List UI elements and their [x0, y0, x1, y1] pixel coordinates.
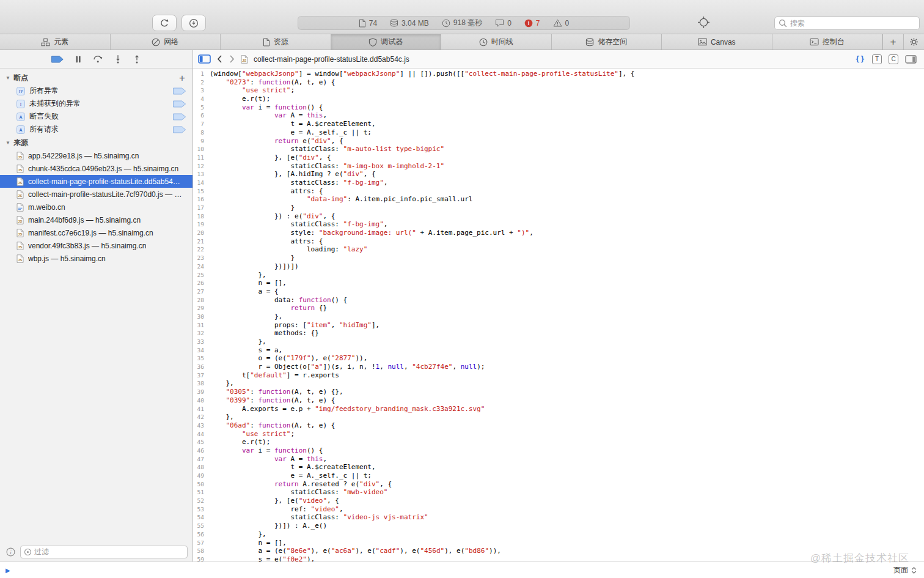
toggle-right-sidebar-button[interactable] — [905, 55, 917, 64]
show-console-button[interactable]: ▶ — [6, 567, 10, 574]
line-number[interactable]: 44 — [193, 430, 210, 439]
line-number[interactable]: 47 — [193, 455, 210, 464]
line-number[interactable]: 13 — [193, 170, 210, 179]
line-number[interactable]: 21 — [193, 237, 210, 246]
line-number[interactable]: 12 — [193, 162, 210, 171]
source-item[interactable]: JScollect-main-profile-statusLite.7cf970… — [0, 188, 193, 201]
line-number[interactable]: 33 — [193, 338, 210, 346]
line-number[interactable]: 18 — [193, 212, 210, 221]
breakpoint-item[interactable]: !?所有异常 — [0, 84, 193, 97]
filter-field[interactable] — [20, 546, 188, 558]
line-number[interactable]: 24 — [193, 262, 210, 271]
line-number[interactable]: 56 — [193, 530, 210, 539]
element-picker-button[interactable] — [697, 16, 710, 29]
search-field[interactable] — [774, 17, 920, 30]
line-number[interactable]: 10 — [193, 145, 210, 154]
line-number[interactable]: 20 — [193, 229, 210, 237]
filter-input[interactable] — [34, 547, 184, 556]
toggle-sidebar-button[interactable] — [198, 54, 211, 64]
tab-console[interactable]: 控制台 — [772, 34, 883, 50]
breakpoint-item[interactable]: A断言失败 — [0, 110, 193, 123]
line-number[interactable]: 7 — [193, 120, 210, 128]
back-button[interactable] — [216, 54, 223, 64]
line-number[interactable]: 3 — [193, 86, 210, 95]
breakpoint-item[interactable]: A所有请求 — [0, 123, 193, 136]
line-number[interactable]: 31 — [193, 321, 210, 330]
line-number[interactable]: 54 — [193, 513, 210, 522]
line-number[interactable]: 39 — [193, 388, 210, 396]
line-number[interactable]: 26 — [193, 279, 210, 287]
line-number[interactable]: 50 — [193, 480, 210, 489]
line-number[interactable]: 57 — [193, 539, 210, 547]
line-number[interactable]: 35 — [193, 354, 210, 363]
line-number[interactable]: 49 — [193, 472, 210, 480]
stat-console-errors[interactable]: !7 — [524, 19, 540, 28]
breakpoint-item[interactable]: !未捕获到的异常 — [0, 97, 193, 110]
tab-network[interactable]: 网络 — [111, 34, 221, 50]
new-tab-button[interactable]: + — [882, 34, 903, 50]
line-number[interactable]: 29 — [193, 304, 210, 313]
step-into-button[interactable] — [114, 54, 122, 64]
search-input[interactable] — [790, 19, 915, 28]
pause-button[interactable] — [74, 55, 82, 64]
source-item[interactable]: m.weibo.cn — [0, 201, 193, 213]
line-number[interactable]: 25 — [193, 271, 210, 280]
line-number[interactable]: 15 — [193, 187, 210, 196]
line-number[interactable]: 48 — [193, 463, 210, 472]
line-number[interactable]: 30 — [193, 313, 210, 321]
line-number[interactable]: 40 — [193, 396, 210, 405]
line-number[interactable]: 42 — [193, 413, 210, 421]
line-number[interactable]: 46 — [193, 446, 210, 455]
line-number[interactable]: 53 — [193, 505, 210, 514]
reload-page-button[interactable] — [152, 15, 177, 31]
breakpoints-toggle-button[interactable] — [51, 56, 64, 63]
tab-storage[interactable]: 储存空间 — [552, 34, 662, 50]
line-number[interactable]: 36 — [193, 363, 210, 371]
step-out-button[interactable] — [133, 54, 141, 64]
type-profiler-button[interactable]: T — [872, 54, 882, 64]
line-number[interactable]: 55 — [193, 522, 210, 530]
settings-button[interactable] — [903, 34, 924, 50]
info-icon[interactable]: i — [6, 547, 15, 557]
line-number[interactable]: 8 — [193, 128, 210, 137]
line-number[interactable]: 4 — [193, 95, 210, 103]
breakpoint-tag-icon[interactable] — [173, 87, 186, 95]
source-item[interactable]: JScollect-main-page-profile-statusLite.d… — [0, 175, 193, 188]
line-number[interactable]: 6 — [193, 111, 210, 120]
line-number[interactable]: 17 — [193, 204, 210, 212]
forward-button[interactable] — [229, 54, 235, 64]
line-number[interactable]: 38 — [193, 379, 210, 388]
tab-debugger[interactable]: 调试器 — [331, 34, 442, 50]
source-item[interactable]: JSwbp.js — h5.sinaimg.cn — [0, 252, 193, 265]
line-number[interactable]: 9 — [193, 137, 210, 146]
line-number[interactable]: 34 — [193, 346, 210, 355]
tab-timelines[interactable]: 时间线 — [441, 34, 552, 50]
export-button[interactable] — [182, 15, 206, 31]
line-number[interactable]: 19 — [193, 220, 210, 229]
line-number[interactable]: 41 — [193, 405, 210, 413]
line-number[interactable]: 59 — [193, 555, 210, 561]
breakpoint-tag-icon[interactable] — [173, 100, 186, 108]
line-number[interactable]: 14 — [193, 179, 210, 187]
tab-elements[interactable]: 元素 — [0, 34, 111, 50]
line-number[interactable]: 2 — [193, 78, 210, 87]
line-number[interactable]: 23 — [193, 254, 210, 262]
line-number[interactable]: 27 — [193, 287, 210, 296]
step-over-button[interactable] — [93, 54, 103, 64]
line-number[interactable]: 43 — [193, 421, 210, 430]
line-number[interactable]: 52 — [193, 497, 210, 505]
source-item[interactable]: JSchunk-f435cdca.0496eb23.js — h5.sinaim… — [0, 162, 193, 175]
add-breakpoint-button[interactable]: + — [179, 73, 185, 83]
line-number[interactable]: 45 — [193, 438, 210, 446]
line-number[interactable]: 28 — [193, 296, 210, 305]
tab-resources[interactable]: 资源 — [221, 34, 331, 50]
line-number[interactable]: 5 — [193, 103, 210, 112]
pretty-print-button[interactable]: {} — [856, 55, 865, 64]
breakpoints-section-header[interactable]: ▼ 断点 + — [0, 71, 193, 84]
line-number[interactable]: 16 — [193, 195, 210, 204]
code-editor[interactable]: 1(window["webpackJsonp"] = window["webpa… — [193, 69, 924, 561]
code-coverage-button[interactable]: C — [889, 54, 898, 64]
source-item[interactable]: JSmanifest.cc7e6c19.js — h5.sinaimg.cn — [0, 226, 193, 239]
breakpoint-tag-icon[interactable] — [173, 126, 186, 133]
tab-canvas[interactable]: Canvas — [662, 34, 772, 50]
